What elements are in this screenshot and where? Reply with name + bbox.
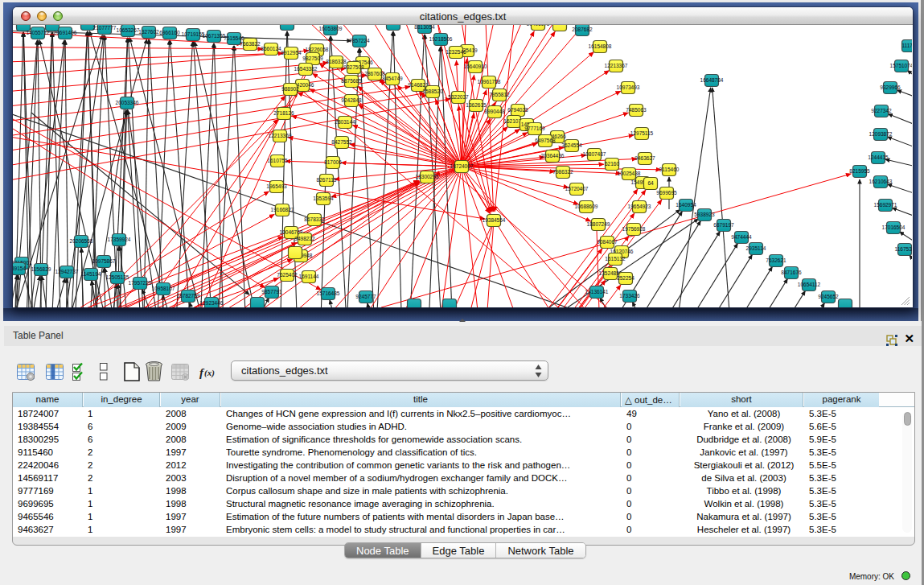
svg-text:8912954: 8912954	[281, 50, 302, 56]
svg-text:20206558: 20206558	[70, 238, 93, 244]
svg-text:10671355: 10671355	[203, 33, 226, 39]
svg-text:1640954: 1640954	[676, 202, 696, 208]
svg-text:9084067: 9084067	[597, 239, 618, 245]
svg-text:7663822: 7663822	[240, 41, 261, 47]
svg-text:10958107: 10958107	[152, 286, 175, 291]
svg-text:1353594: 1353594	[313, 196, 334, 201]
svg-text:62160: 62160	[605, 161, 619, 167]
svg-text:988902: 988902	[281, 86, 299, 92]
svg-text:10973493: 10973493	[617, 84, 640, 90]
svg-text:8427552: 8427552	[331, 139, 352, 145]
svg-text:3624554: 3624554	[561, 142, 582, 148]
svg-text:12213367: 12213367	[605, 63, 628, 68]
svg-text:1610755: 1610755	[267, 158, 288, 163]
svg-text:5938923: 5938923	[694, 212, 715, 217]
svg-text:20364436: 20364436	[541, 153, 565, 159]
svg-text:16210643: 16210643	[869, 179, 893, 184]
svg-text:7625402: 7625402	[277, 272, 298, 278]
svg-text:7515546: 7515546	[224, 35, 244, 41]
svg-text:12505135: 12505135	[106, 274, 129, 280]
svg-text:64: 64	[647, 180, 654, 186]
svg-text:6497568: 6497568	[535, 138, 556, 143]
svg-text:12975115: 12975115	[630, 130, 654, 136]
svg-text:8215955: 8215955	[849, 168, 870, 174]
svg-text:21077777: 21077777	[93, 25, 117, 31]
svg-text:2718126: 2718126	[273, 110, 294, 116]
svg-text:12093872: 12093872	[869, 131, 893, 137]
svg-text:1232546: 1232546	[446, 49, 466, 55]
svg-text:8813054: 8813054	[414, 25, 435, 30]
svg-text:1145194: 1145194	[81, 271, 101, 277]
svg-text:252254: 252254	[617, 275, 634, 281]
svg-text:9498222: 9498222	[294, 236, 315, 241]
svg-text:16782759: 16782759	[177, 293, 200, 299]
svg-text:8471676: 8471676	[781, 270, 802, 275]
svg-text:10961758: 10961758	[478, 79, 501, 84]
svg-text:7857224: 7857224	[349, 38, 370, 43]
svg-text:18807249: 18807249	[587, 221, 610, 227]
svg-text:19756928: 19756928	[622, 226, 646, 232]
svg-text:7955812: 7955812	[489, 92, 510, 97]
svg-text:9699695: 9699695	[656, 190, 677, 196]
svg-text:15692971: 15692971	[874, 202, 897, 208]
svg-text:2935114: 2935114	[746, 245, 766, 251]
svg-text:10496175: 10496175	[527, 25, 550, 27]
svg-text:10688609: 10688609	[575, 204, 598, 209]
svg-text:10025438: 10025438	[618, 171, 641, 176]
svg-text:17016504: 17016504	[882, 225, 906, 230]
svg-text:8678332: 8678332	[304, 216, 325, 222]
svg-text:17957225: 17957225	[129, 280, 152, 286]
svg-text:18300295: 18300295	[416, 174, 439, 179]
svg-text:39154: 39154	[13, 266, 26, 271]
svg-text:2803144: 2803144	[335, 119, 355, 125]
svg-text:9227342: 9227342	[871, 108, 892, 113]
svg-text:1156829: 1156829	[31, 266, 51, 272]
svg-text:19654923: 19654923	[628, 204, 651, 209]
svg-text:18724007: 18724007	[450, 163, 474, 169]
svg-text:12942737: 12942737	[55, 269, 79, 274]
svg-text:9857791: 9857791	[261, 289, 282, 295]
svg-text:2087682: 2087682	[572, 27, 593, 32]
svg-text:817006: 817006	[324, 159, 342, 165]
svg-text:10653267: 10653267	[117, 27, 140, 33]
svg-text:1362615: 1362615	[466, 102, 487, 108]
svg-text:9245652: 9245652	[818, 294, 839, 299]
svg-text:8186328: 8186328	[326, 59, 347, 64]
svg-text:1167534: 1167534	[895, 246, 912, 252]
svg-text:19384554: 19384554	[483, 217, 506, 223]
svg-text:1588520: 1588520	[422, 89, 443, 94]
svg-text:1615132: 1615132	[605, 256, 626, 262]
svg-text:1327602: 1327602	[138, 29, 159, 35]
svg-text:12923446: 12923446	[200, 300, 224, 306]
svg-text:8454749: 8454749	[382, 76, 403, 81]
svg-text:16053809: 16053809	[319, 26, 343, 31]
svg-text:11175: 11175	[901, 43, 912, 48]
svg-text:12213369: 12213369	[269, 133, 292, 138]
svg-text:15720407: 15720407	[565, 186, 589, 192]
svg-text:6794028: 6794028	[507, 107, 528, 113]
svg-text:8267115: 8267115	[317, 177, 337, 183]
svg-text:9245777: 9245777	[355, 294, 376, 299]
svg-text:15716485: 15716485	[317, 290, 340, 296]
svg-text:1965493: 1965493	[266, 183, 287, 189]
svg-text:17359924: 17359924	[108, 237, 131, 242]
svg-text:15751074: 15751074	[890, 63, 912, 68]
svg-text:14136141: 14136141	[585, 289, 609, 295]
svg-text:19218506: 19218506	[429, 36, 453, 42]
svg-text:10807487: 10807487	[583, 151, 606, 157]
svg-text:20691406: 20691406	[54, 30, 77, 35]
svg-text:16640910: 16640910	[464, 64, 487, 69]
svg-text:9327508: 9327508	[343, 64, 364, 70]
svg-text:16154808: 16154808	[589, 43, 612, 49]
svg-text:6879197: 6879197	[713, 222, 734, 228]
svg-text:9115460: 9115460	[659, 167, 680, 172]
svg-text:5322037: 5322037	[448, 94, 469, 100]
svg-text:18226058: 18226058	[306, 47, 329, 52]
svg-text:16543382: 16543382	[294, 66, 318, 72]
svg-text:8875685: 8875685	[341, 78, 362, 84]
svg-text:1733426: 1733426	[619, 293, 640, 299]
svg-text:8990448: 8990448	[484, 109, 505, 114]
svg-text:20053346: 20053346	[116, 100, 139, 105]
svg-text:1691144: 1691144	[299, 274, 319, 279]
svg-text:10719155: 10719155	[182, 31, 205, 37]
